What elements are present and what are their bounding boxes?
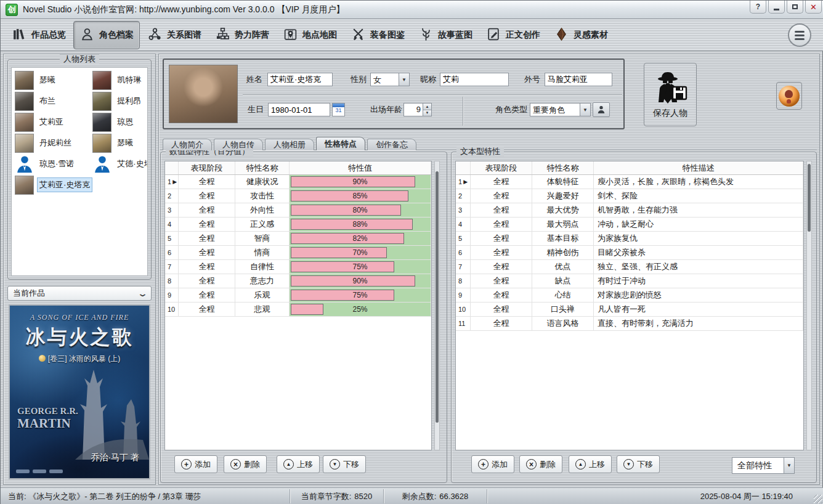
- maximize-button[interactable]: [787, 1, 803, 14]
- toolbar-button-location-map[interactable]: 地点地图: [277, 21, 343, 49]
- numeric-trait-row[interactable]: 10全程悲观25%: [165, 303, 431, 317]
- numeric-trait-row[interactable]: 2全程攻击性85%: [165, 189, 431, 203]
- save-character-button[interactable]: 保存人物: [644, 63, 697, 126]
- text-trait-row[interactable]: 10全程口头禅凡人皆有一死: [456, 303, 803, 317]
- minimize-button[interactable]: [768, 1, 785, 14]
- numeric-trait-row[interactable]: 7全程自律性75%: [165, 260, 431, 274]
- spin-down-icon[interactable]: ▼: [423, 110, 431, 116]
- trait-description: 直接、有时带刺，充满活力: [594, 317, 803, 330]
- character-list-item[interactable]: 瑟曦: [92, 132, 148, 153]
- text-trait-row[interactable]: 2全程兴趣爱好剑术、探险: [456, 189, 803, 203]
- text-trait-row[interactable]: 7全程优点独立、坚强、有正义感: [456, 260, 803, 274]
- character-list-item[interactable]: 琼恩: [92, 112, 148, 132]
- remove-icon: ×: [230, 459, 241, 469]
- trait-name: 口头禅: [532, 303, 594, 316]
- gender-dropdown[interactable]: 女▼: [370, 73, 410, 86]
- debut-age-stepper[interactable]: 9 ▲▼: [403, 103, 432, 116]
- trait-stage: 全程: [179, 175, 235, 189]
- toolbar-button-equipment-catalog[interactable]: 装备图鉴: [344, 21, 411, 49]
- trait-description: 目睹父亲被杀: [594, 246, 803, 259]
- toolbar-button-label: 灵感素材: [574, 30, 608, 41]
- tab-3[interactable]: 人物相册: [265, 139, 314, 150]
- numeric-remove-button[interactable]: ×删除: [224, 455, 267, 473]
- tab-1[interactable]: 人物简介: [163, 139, 212, 150]
- equipment-catalog-icon: [351, 26, 366, 44]
- role-type-dropdown[interactable]: 重要角色▼: [530, 103, 591, 116]
- current-work-dropdown[interactable]: 当前作品 ⌄: [7, 286, 152, 301]
- text-add-button[interactable]: +添加: [471, 455, 514, 473]
- character-list-item[interactable]: 艾莉亚·史塔克: [15, 174, 92, 195]
- character-list-item[interactable]: 琼恩·雪诺: [15, 153, 92, 174]
- character-list-item[interactable]: 艾莉亚: [15, 112, 92, 132]
- tab-2[interactable]: 人物自传: [214, 139, 263, 150]
- book-title-chinese: 冰与火之歌: [10, 324, 149, 351]
- numeric-trait-row[interactable]: 5全程智商82%: [165, 232, 431, 246]
- trait-stage: 全程: [179, 189, 235, 203]
- character-list-item[interactable]: 艾德·史塔克: [92, 153, 148, 174]
- spin-up-icon[interactable]: ▲: [423, 104, 431, 110]
- support-avatar-button[interactable]: [776, 82, 802, 110]
- text-remove-button[interactable]: ×删除: [519, 455, 562, 473]
- trait-filter-dropdown[interactable]: 全部特性 ▼: [732, 457, 795, 474]
- character-name: 艾莉亚·史塔克: [37, 177, 92, 192]
- numeric-trait-row[interactable]: 9全程乐观75%: [165, 288, 431, 303]
- scrollbar-thumb[interactable]: [808, 164, 811, 232]
- calendar-button[interactable]: 31: [332, 103, 345, 116]
- help-button[interactable]: ?: [750, 1, 766, 14]
- trait-name: 最大优势: [532, 203, 594, 217]
- text-trait-row[interactable]: 5全程基本目标为家族复仇: [456, 232, 803, 246]
- numeric-move-down-button[interactable]: ▼下移: [323, 455, 366, 473]
- text-trait-row[interactable]: 11全程语言风格直接、有时带刺，充满活力: [456, 317, 803, 331]
- character-name: 琼恩: [115, 115, 136, 129]
- dropdown-arrow-icon: ▼: [580, 104, 590, 116]
- text-trait-row[interactable]: 1▶全程体貌特征瘦小灵活，长脸，灰眼睛，棕褐色头发: [456, 175, 803, 189]
- close-button[interactable]: ✕: [805, 1, 822, 14]
- numeric-table-scrollbar[interactable]: [434, 161, 440, 450]
- text-trait-row[interactable]: 8全程缺点有时过于冲动: [456, 274, 803, 288]
- person-icon: [15, 155, 34, 174]
- toolbar-button-story-blueprint[interactable]: 故事蓝图: [412, 21, 479, 49]
- role-person-button[interactable]: [593, 102, 610, 117]
- numeric-trait-row[interactable]: 4全程正义感88%: [165, 217, 431, 232]
- character-list-item[interactable]: 提利昂: [92, 91, 148, 112]
- toolbar-button-relationship-graph[interactable]: 关系图谱: [141, 21, 208, 49]
- character-list-item[interactable]: 凯特琳: [92, 70, 148, 91]
- toolbar-button-faction-camp[interactable]: 势力阵营: [209, 21, 275, 49]
- numeric-trait-row[interactable]: 3全程外向性80%: [165, 203, 431, 217]
- text-trait-row[interactable]: 4全程最大弱点冲动，缺乏耐心: [456, 217, 803, 232]
- text-move-down-button[interactable]: ▼下移: [617, 455, 660, 473]
- bar-value-label: 85%: [290, 189, 431, 203]
- numeric-trait-row[interactable]: 6全程情商70%: [165, 246, 431, 260]
- character-list-item[interactable]: 布兰: [15, 91, 92, 112]
- text-trait-row[interactable]: 3全程最大优势机智勇敢，生存能力强: [456, 203, 803, 217]
- text-move-up-button[interactable]: ▲上移: [569, 455, 612, 473]
- toolbar-button-inspiration[interactable]: 灵感素材: [548, 21, 614, 49]
- toolbar-button-writing[interactable]: 正文创作: [480, 21, 546, 49]
- text-table-scrollbar[interactable]: [806, 161, 812, 450]
- numeric-trait-row[interactable]: 8全程意志力90%: [165, 274, 431, 288]
- resize-grip[interactable]: [814, 495, 822, 503]
- scrollbar-thumb[interactable]: [436, 171, 439, 423]
- action-button-label: 上移: [589, 459, 605, 470]
- tab-4[interactable]: 性格特点: [316, 137, 365, 150]
- alias-field[interactable]: [545, 73, 612, 86]
- character-name: 提利昂: [115, 94, 144, 108]
- toolbar-button-character-archive[interactable]: 角色档案: [73, 21, 140, 49]
- character-avatar: [15, 92, 34, 111]
- nickname-field[interactable]: [440, 73, 509, 86]
- numeric-add-button[interactable]: +添加: [174, 455, 217, 473]
- numeric-move-up-button[interactable]: ▲上移: [277, 455, 320, 473]
- character-list-item[interactable]: 丹妮莉丝: [15, 132, 92, 153]
- row-number: 6: [456, 246, 471, 259]
- person-icon: [596, 105, 606, 115]
- name-field[interactable]: [267, 73, 333, 86]
- character-list-item[interactable]: 瑟曦: [15, 70, 92, 91]
- numeric-trait-row[interactable]: 1▶全程健康状况90%: [165, 175, 431, 189]
- birthday-field[interactable]: [268, 103, 330, 116]
- add-icon: +: [181, 459, 192, 469]
- tab-5[interactable]: 创作备忘: [367, 139, 416, 150]
- text-trait-row[interactable]: 6全程精神创伤目睹父亲被杀: [456, 246, 803, 260]
- text-trait-row[interactable]: 9全程心结对家族悲剧的愤怒: [456, 288, 803, 303]
- main-menu-button[interactable]: [788, 23, 811, 47]
- toolbar-button-works-overview[interactable]: 作品总览: [6, 21, 72, 49]
